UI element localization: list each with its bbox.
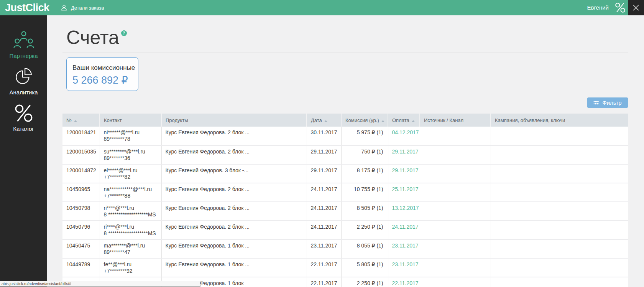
bill-contact: su********@***l.ru89*******36 [100, 145, 161, 164]
bill-source [420, 277, 491, 287]
bill-payment-date: 22.11.2017 [388, 277, 420, 287]
sidebar-item-analytics-label: Аналитика [0, 89, 47, 96]
bill-date: 29.11.2017 [307, 145, 341, 164]
bill-commission: 2 250 ₽ (1) [341, 277, 388, 287]
column-header-campaign: Кампания, объявления, ключи [491, 114, 628, 127]
sidebar-item-analytics[interactable]: Аналитика [0, 64, 47, 96]
partners-icon [0, 28, 47, 50]
percent-icon [614, 2, 626, 13]
commission-label: Ваши комиссионные [72, 64, 138, 72]
bill-date: 24.11.2017 [307, 202, 341, 221]
table-row[interactable]: 10450965 na***********@***l.ru+7*******8… [62, 183, 628, 202]
bill-date: 24.11.2017 [307, 221, 341, 239]
bill-date: 24.11.2017 [307, 183, 341, 202]
bill-date: 30.11.2017 [307, 127, 341, 145]
bill-commission: 10 755 ₽ (1) [341, 183, 388, 202]
user-name[interactable]: Евгений [587, 0, 609, 15]
bill-campaign [491, 202, 628, 221]
bill-source [420, 164, 491, 183]
bill-source [420, 258, 491, 277]
sort-asc-icon [381, 120, 384, 122]
bill-commission: 8 505 ₽ (1) [341, 202, 388, 221]
bill-number: 1200018421 [62, 127, 100, 145]
bill-campaign [491, 221, 628, 239]
bill-product: Курс Евгения Федорова. 2 блок ... [161, 202, 307, 221]
bill-contact: fe**@***l.ru+7********92 [100, 258, 161, 277]
column-header-contact: Контакт [100, 114, 161, 127]
bill-number: 10450796 [62, 221, 100, 239]
bill-campaign [491, 127, 628, 145]
bill-contact: el*****@***l.ru+7*******82 [100, 164, 161, 183]
bill-date: 22.11.2017 [307, 277, 341, 287]
bill-payment-date: 13.12.2017 [388, 202, 420, 221]
bill-commission: 5 975 ₽ (1) [341, 127, 388, 145]
bill-number: 10449789 [62, 258, 100, 277]
sidebar-item-partnerka-label: Партнерка [0, 53, 47, 59]
bill-payment-date: 23.11.2017 [388, 239, 420, 258]
bill-contact: na***********@***l.ru+7*******88 [100, 183, 161, 202]
table-row[interactable]: 1200018421 ni******@***l.ru89*******78 К… [62, 127, 628, 145]
bill-number: 10450798 [62, 202, 100, 221]
bill-date: 29.11.2017 [307, 164, 341, 183]
close-button[interactable] [628, 0, 644, 15]
bill-campaign [491, 145, 628, 164]
topbar-percent-button[interactable] [612, 0, 628, 15]
bill-product: Курс Евгения Федорова. 2 блок ... [161, 127, 307, 145]
bill-number: 10450965 [62, 183, 100, 202]
bill-contact: ri****@***l.ru8 *******************MS [100, 221, 161, 239]
sort-asc-icon [74, 120, 77, 122]
bill-product: Курс Евгения Федорова. 2 блок ... [161, 221, 307, 239]
column-header-source: Источник / Канал [420, 114, 491, 127]
column-header-commission[interactable]: Комиссия (ур.) [341, 114, 388, 127]
title-divider [62, 53, 628, 53]
bill-commission: 2 250 ₽ (1) [341, 221, 388, 239]
bill-commission: 5 805 ₽ (1) [341, 258, 388, 277]
bill-campaign [491, 239, 628, 258]
bill-product: Курс Евгения Федорова. 1 блок ... [161, 258, 307, 277]
sort-asc-icon [324, 120, 327, 122]
filter-button[interactable]: Фильтр [587, 97, 628, 108]
bill-number: 1200014872 [62, 164, 100, 183]
bill-contact: ma*******@***l.ru89*******47 [100, 239, 161, 258]
table-row[interactable]: 1200014872 el*****@***l.ru+7*******82 Ку… [62, 164, 628, 183]
table-row[interactable]: 10450798 ri****@***l.ru8 ***************… [62, 202, 628, 221]
commission-value: 5 266 892 ₽ [72, 74, 138, 86]
bill-product: Курс Евгения Федорова. 2 блок ... [161, 183, 307, 202]
bill-product: Курс Евгения Федорова. 1 блок ... [161, 239, 307, 258]
bill-commission: 8 175 ₽ (1) [341, 164, 388, 183]
tab-order-details[interactable]: Детали заказа [61, 0, 104, 15]
sidebar-item-catalog-label: Каталог [0, 125, 47, 132]
table-header-row: № Контакт Продукты Дата Комиссия (ур.) О… [62, 114, 628, 127]
bill-commission: 8 055 ₽ (1) [341, 239, 388, 258]
bill-date: 23.11.2017 [307, 239, 341, 258]
bill-campaign [491, 183, 628, 202]
bill-date: 22.11.2017 [307, 258, 341, 277]
sidebar-item-catalog[interactable]: Каталог [0, 101, 47, 132]
table-row[interactable]: 10450796 ri****@***l.ru8 ***************… [62, 221, 628, 239]
table-row[interactable]: 10449789 fe**@***l.ru+7********92 Курс Е… [62, 258, 628, 277]
bill-product: Курс Евгения Федорова. 2 блок ... [161, 145, 307, 164]
catalog-percent-icon [0, 101, 47, 123]
commission-summary-box: Ваши комиссионные 5 266 892 ₽ [66, 57, 138, 91]
bill-number: 1200015035 [62, 145, 100, 164]
column-header-products: Продукты [161, 114, 307, 127]
bill-payment-date: 29.11.2017 [388, 164, 420, 183]
table-row[interactable]: 1200015035 su********@***l.ru89*******36… [62, 145, 628, 164]
column-header-number[interactable]: № [62, 114, 100, 127]
bill-campaign [491, 164, 628, 183]
table-row[interactable]: 10450475 ma*******@***l.ru89*******47 Ку… [62, 239, 628, 258]
person-icon [61, 4, 67, 11]
sidebar-item-partnerka[interactable]: Партнерка [0, 28, 47, 59]
bill-contact: ni******@***l.ru89*******78 [100, 127, 161, 145]
column-header-payment[interactable]: Оплата [388, 114, 420, 127]
filter-sliders-icon [593, 100, 599, 105]
bill-source [420, 145, 491, 164]
help-badge[interactable]: ? [121, 30, 127, 36]
column-header-date[interactable]: Дата [307, 114, 341, 127]
bill-payment-date: 25.11.2017 [388, 183, 420, 202]
sort-asc-icon [412, 120, 415, 122]
bill-number: 10450475 [62, 239, 100, 258]
bill-payment-date: 24.11.2017 [388, 221, 420, 239]
topbar-divider [55, 0, 55, 15]
sidebar: Партнерка Аналитика Каталог [0, 15, 47, 287]
